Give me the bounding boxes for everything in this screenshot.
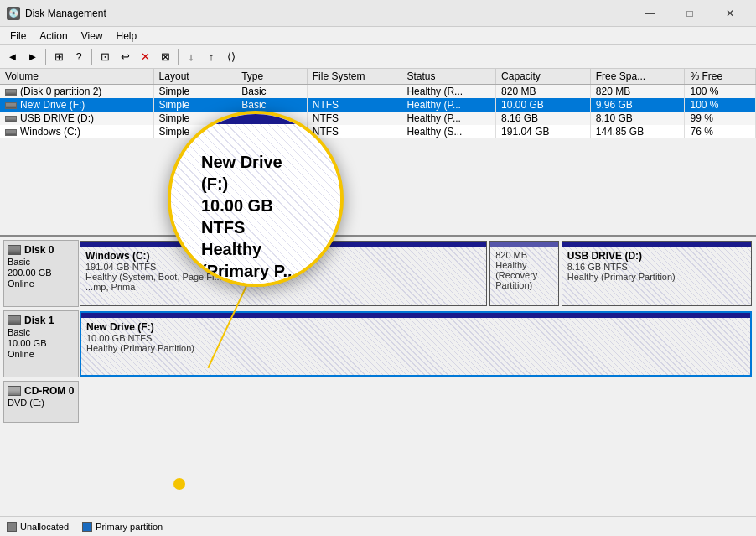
toolbar-up[interactable]: ↑ <box>202 48 220 66</box>
cell-pctfree: 100 % <box>685 98 756 112</box>
partition-recovery[interactable]: 820 MB Healthy (Recovery Partition) <box>489 241 559 306</box>
disk-1-partitions: New Drive (F:) 10.00 GB NTFS Healthy (Pr… <box>79 310 753 377</box>
menu-view[interactable]: View <box>75 29 110 44</box>
cell-status: Healthy (P... <box>401 98 496 112</box>
cell-filesystem <box>307 85 401 99</box>
close-button[interactable]: ✕ <box>711 0 749 27</box>
disk-1-name: Disk 1 <box>8 315 54 326</box>
partition-detail-1: 8.16 GB NTFS <box>567 262 746 272</box>
partition-detail-1: 10.00 GB NTFS <box>86 333 745 343</box>
cell-layout: Simple <box>153 85 236 99</box>
col-type[interactable]: Type <box>236 69 308 85</box>
minimize-button[interactable]: — <box>630 0 669 27</box>
partition-detail-3: ...mp, Prima <box>85 282 481 292</box>
window-title: Disk Management <box>25 8 630 19</box>
menu-help[interactable]: Help <box>110 29 144 44</box>
toolbar-sep-2 <box>91 49 92 65</box>
disk-view[interactable]: Disk 0 Basic 200.00 GB Online Windows (C… <box>0 237 756 516</box>
col-freespace[interactable]: Free Spa... <box>590 69 685 85</box>
toolbar-back[interactable]: ◄ <box>3 48 22 66</box>
cdrom-partitions <box>79 381 753 423</box>
cell-volume: USB DRIVE (D:) <box>0 112 153 125</box>
legend-unallocated-box <box>7 522 17 532</box>
disk-1-label: Disk 1 Basic 10.00 GB Online <box>3 310 79 377</box>
legend-unallocated: Unallocated <box>7 522 69 532</box>
magnifier-arrow-dot <box>173 478 185 490</box>
window-controls: — □ ✕ <box>630 0 749 27</box>
table-row[interactable]: USB DRIVE (D:) Simple Basic NTFS Healthy… <box>0 112 756 125</box>
partition-detail-recovery-2: Healthy (Recovery Partition) <box>495 260 553 290</box>
partition-usb-d[interactable]: USB DRIVE (D:) 8.16 GB NTFS Healthy (Pri… <box>562 241 752 306</box>
legend-primary-label: Primary partition <box>96 522 163 532</box>
toolbar-disconnect[interactable]: ↩ <box>116 48 134 66</box>
legend-primary: Primary partition <box>82 522 163 532</box>
toolbar-connect[interactable]: ⊡ <box>96 48 114 66</box>
cell-freespace: 820 MB <box>590 85 685 99</box>
cell-volume: (Disk 0 partition 2) <box>0 85 153 99</box>
toolbar-format[interactable]: ⊠ <box>156 48 174 66</box>
partition-name: New Drive (F:) <box>86 321 745 333</box>
maximize-button[interactable]: □ <box>671 0 709 27</box>
table-row[interactable]: Windows (C:) Simple Basic NTFS Healthy (… <box>0 125 756 138</box>
toolbar-forward[interactable]: ► <box>23 48 42 66</box>
disk-0-name: Disk 0 <box>8 244 54 256</box>
cell-capacity: 10.00 GB <box>496 98 591 112</box>
magnifier-content: New Drive (F:) 10.00 GB NTFS Healthy (Pr… <box>184 134 327 284</box>
toolbar: ◄ ► ⊞ ? ⊡ ↩ ✕ ⊠ ↓ ↑ ⟨⟩ <box>0 45 756 69</box>
disk-0-size: 200.00 GB <box>8 268 52 278</box>
table-row[interactable]: (Disk 0 partition 2) Simple Basic Health… <box>0 85 756 99</box>
table-row[interactable]: New Drive (F:) Simple Basic NTFS Healthy… <box>0 98 756 112</box>
cdrom-type: DVD (E:) <box>8 398 44 408</box>
toolbar-sep-3 <box>178 49 179 65</box>
menu-action[interactable]: Action <box>33 29 74 44</box>
partition-detail-2: Healthy (Primary Partition) <box>567 272 746 282</box>
partition-detail-2: Healthy (Primary Partition) <box>86 343 745 353</box>
cell-capacity: 8.16 GB <box>496 112 591 125</box>
legend: Unallocated Primary partition <box>0 516 756 536</box>
disk-icon <box>8 245 21 255</box>
col-filesystem[interactable]: File System <box>307 69 401 85</box>
disk-1-type: Basic <box>8 327 30 337</box>
cell-capacity: 820 MB <box>496 85 591 99</box>
disk-0-type: Basic <box>8 257 30 267</box>
cell-type: Basic <box>236 85 308 99</box>
cdrom-icon <box>8 386 21 396</box>
cell-pctfree: 99 % <box>685 112 756 125</box>
cdrom-name: CD-ROM 0 <box>8 385 74 397</box>
cell-status: Healthy (P... <box>401 112 496 125</box>
volume-list: Volume Layout Type File System Status Ca… <box>0 69 756 237</box>
col-volume[interactable]: Volume <box>0 69 153 85</box>
cell-status: Healthy (S... <box>401 125 496 138</box>
col-status[interactable]: Status <box>401 69 496 85</box>
disk-row-1: Disk 1 Basic 10.00 GB Online New Drive (… <box>3 310 753 377</box>
cell-status: Healthy (R... <box>401 85 496 99</box>
partition-new-drive-f[interactable]: New Drive (F:) 10.00 GB NTFS Healthy (Pr… <box>80 311 752 377</box>
cell-pctfree: 76 % <box>685 125 756 138</box>
magnifier-title-line1: New Drive (F:) <box>201 151 310 195</box>
toolbar-properties[interactable]: ⟨⟩ <box>222 48 241 66</box>
menu-file[interactable]: File <box>3 29 33 44</box>
magnifier-title-line2: 10.00 GB NTFS <box>201 195 310 238</box>
col-capacity[interactable]: Capacity <box>496 69 591 85</box>
toolbar-console[interactable]: ⊞ <box>49 48 68 66</box>
cell-filesystem: NTFS <box>307 98 401 112</box>
cell-type: Basic <box>236 98 308 112</box>
toolbar-down[interactable]: ↓ <box>182 48 200 66</box>
partition-name: USB DRIVE (D:) <box>567 250 746 262</box>
cell-volume: Windows (C:) <box>0 125 153 138</box>
partition-detail-recovery-1: 820 MB <box>495 250 553 260</box>
cell-pctfree: 100 % <box>685 85 756 99</box>
app-icon: 💽 <box>7 7 20 20</box>
cell-filesystem: NTFS <box>307 112 401 125</box>
toolbar-help[interactable]: ? <box>70 48 88 66</box>
disk-0-label: Disk 0 Basic 200.00 GB Online <box>3 240 79 307</box>
col-pctfree[interactable]: % Free <box>685 69 756 85</box>
toolbar-delete[interactable]: ✕ <box>136 48 154 66</box>
disk-0-partitions: Windows (C:) 191.04 GB NTFS Healthy (Sys… <box>79 240 753 307</box>
partition-header <box>562 242 751 247</box>
magnifier-overlay: New Drive (F:) 10.00 GB NTFS Healthy (Pr… <box>168 111 344 287</box>
legend-primary-box <box>82 522 92 532</box>
col-layout[interactable]: Layout <box>153 69 236 85</box>
disk-row: Disk 0 Basic 200.00 GB Online Windows (C… <box>3 240 753 307</box>
menu-bar: File Action View Help <box>0 27 756 45</box>
